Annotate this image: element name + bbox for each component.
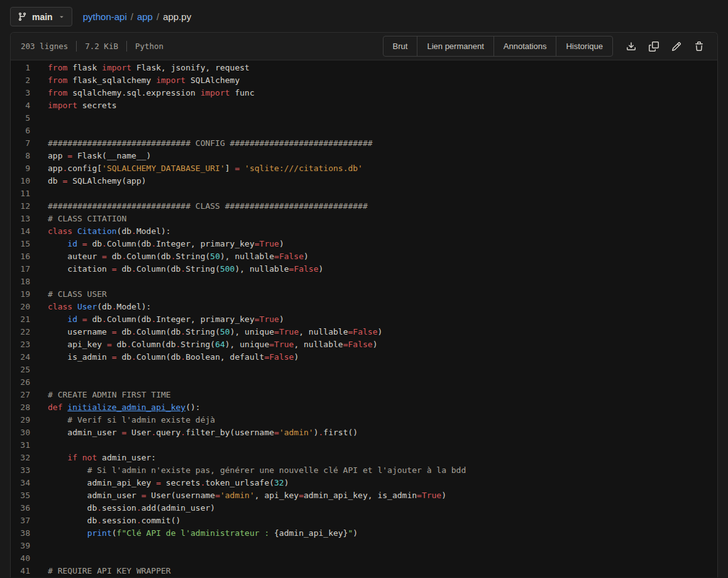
line-number[interactable]: 40: [11, 552, 30, 565]
code-text: admin_user = User(username='admin', api_…: [30, 489, 446, 502]
line-number[interactable]: 21: [11, 313, 30, 326]
code-text: id = db.Column(db.Integer, primary_key=T…: [30, 313, 284, 326]
code-text: app.config['SQLALCHEMY_DATABASE_URI'] = …: [30, 162, 363, 175]
code-line: 15 id = db.Column(db.Integer, primary_ke…: [11, 238, 717, 250]
code-line: 4import secrets: [11, 99, 717, 112]
line-number[interactable]: 35: [11, 489, 30, 502]
line-number[interactable]: 2: [11, 74, 30, 87]
line-number[interactable]: 3: [11, 87, 30, 99]
code-text: [30, 125, 48, 137]
code-line: 18: [11, 275, 717, 288]
code-text: admin_user = User.query.filter_by(userna…: [30, 426, 358, 439]
code-line: 26: [11, 376, 717, 389]
raw-button[interactable]: Brut: [383, 36, 418, 57]
code-text: auteur = db.Column(db.String(50), nullab…: [30, 250, 309, 263]
line-number[interactable]: 26: [11, 376, 30, 389]
download-button[interactable]: [622, 38, 641, 55]
breadcrumb-separator: /: [131, 11, 133, 22]
chevron-down-icon: [58, 14, 65, 20]
git-branch-icon: [18, 12, 27, 21]
download-icon: [626, 42, 636, 52]
trash-icon: [694, 42, 704, 52]
line-number[interactable]: 29: [11, 414, 30, 426]
code-text: api_key = db.Column(db.String(64), uniqu…: [30, 338, 377, 351]
line-number[interactable]: 11: [11, 187, 30, 200]
code-line: 10db = SQLAlchemy(app): [11, 175, 717, 187]
file-icon-actions: [622, 38, 709, 55]
code-text: # Verif si l'admin existe déjà: [30, 414, 215, 426]
line-number[interactable]: 6: [11, 125, 30, 137]
line-number[interactable]: 24: [11, 351, 30, 364]
line-number[interactable]: 19: [11, 288, 30, 301]
copy-button[interactable]: [644, 38, 663, 55]
breadcrumb-repo-link[interactable]: python-api: [83, 11, 127, 22]
code-text: # Si l'admin n'existe pas, générer une n…: [30, 464, 466, 477]
line-number[interactable]: 25: [11, 364, 30, 376]
line-number[interactable]: 33: [11, 464, 30, 477]
line-number[interactable]: 13: [11, 213, 30, 225]
line-number[interactable]: 10: [11, 175, 30, 187]
code-line: 38 print(f"Clé API de l'administrateur :…: [11, 527, 717, 540]
line-number[interactable]: 20: [11, 301, 30, 313]
line-number[interactable]: 8: [11, 150, 30, 162]
code-text: def initialize_admin_api_key():: [30, 401, 201, 414]
line-number[interactable]: 34: [11, 477, 30, 489]
file-actions: Brut Lien permanent Annotations Historiq…: [383, 36, 709, 57]
line-number[interactable]: 41: [11, 565, 30, 577]
code-line: 6: [11, 125, 717, 137]
code-text: from sqlalchemy.sql.expression import fu…: [30, 87, 255, 99]
code-line: 39: [11, 540, 717, 552]
permalink-button[interactable]: Lien permanent: [417, 36, 494, 57]
history-button[interactable]: Historique: [556, 36, 613, 57]
line-number[interactable]: 7: [11, 137, 30, 150]
line-number[interactable]: 16: [11, 250, 30, 263]
code-line: 34 admin_api_key = secrets.token_urlsafe…: [11, 477, 717, 489]
line-number[interactable]: 36: [11, 502, 30, 514]
edit-button[interactable]: [667, 38, 686, 55]
line-number[interactable]: 37: [11, 514, 30, 527]
line-number[interactable]: 38: [11, 527, 30, 540]
code-text: from flask_sqlalchemy import SQLAlchemy: [30, 74, 240, 87]
code-line: 2from flask_sqlalchemy import SQLAlchemy: [11, 74, 717, 87]
line-number[interactable]: 12: [11, 200, 30, 213]
meta-divider: [126, 41, 127, 52]
breadcrumb-dir-link[interactable]: app: [137, 11, 153, 22]
line-number[interactable]: 17: [11, 263, 30, 275]
code-text: db = SQLAlchemy(app): [30, 175, 146, 187]
branch-selector-button[interactable]: main: [10, 7, 72, 26]
code-line: 17 citation = db.Column(db.String(500), …: [11, 263, 717, 275]
line-number[interactable]: 18: [11, 275, 30, 288]
line-number[interactable]: 23: [11, 338, 30, 351]
code-text: class Citation(db.Model):: [30, 225, 171, 238]
code-line: 25: [11, 364, 717, 376]
line-number[interactable]: 32: [11, 452, 30, 464]
line-number[interactable]: 1: [11, 62, 30, 74]
meta-divider: [76, 41, 77, 52]
line-number[interactable]: 30: [11, 426, 30, 439]
file-meta: 203 lignes 7.2 KiB Python: [21, 41, 163, 52]
line-number[interactable]: 5: [11, 112, 30, 125]
line-number[interactable]: 27: [11, 389, 30, 401]
code-text: db.session.add(admin_user): [30, 502, 215, 514]
code-line: 40: [11, 552, 717, 565]
line-number[interactable]: 14: [11, 225, 30, 238]
code-text: ############################# CLASS ####…: [30, 200, 368, 213]
line-number[interactable]: 15: [11, 238, 30, 250]
annotations-button[interactable]: Annotations: [494, 36, 557, 57]
line-number[interactable]: 22: [11, 326, 30, 338]
code-text: [30, 439, 48, 452]
code-line: 3from sqlalchemy.sql.expression import f…: [11, 87, 717, 99]
code-lines: 1from flask import Flask, jsonify, reque…: [11, 60, 717, 577]
line-number[interactable]: 31: [11, 439, 30, 452]
line-number[interactable]: 28: [11, 401, 30, 414]
code-text: is_admin = db.Column(db.Boolean, default…: [30, 351, 299, 364]
delete-button[interactable]: [690, 38, 709, 55]
code-line: 29 # Verif si l'admin existe déjà: [11, 414, 717, 426]
line-number[interactable]: 39: [11, 540, 30, 552]
file-language: Python: [135, 42, 163, 51]
code-line: 13# CLASS CITATION: [11, 213, 717, 225]
code-line: 41# REQUIRE API KEY WRAPPER: [11, 565, 717, 577]
line-number[interactable]: 9: [11, 162, 30, 175]
line-number[interactable]: 4: [11, 99, 30, 112]
code-line: 16 auteur = db.Column(db.String(50), nul…: [11, 250, 717, 263]
